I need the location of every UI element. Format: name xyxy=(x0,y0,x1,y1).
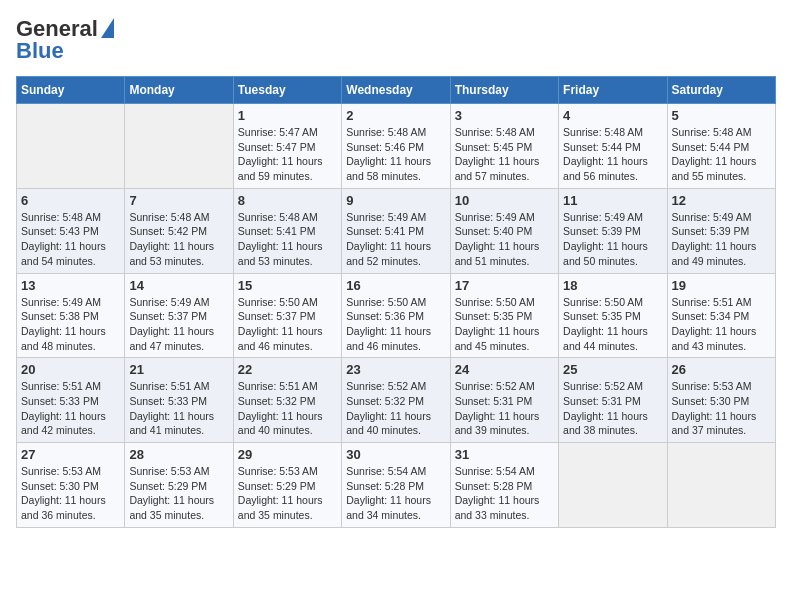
header-sunday: Sunday xyxy=(17,77,125,104)
header-monday: Monday xyxy=(125,77,233,104)
day-number: 27 xyxy=(21,447,120,462)
day-number: 15 xyxy=(238,278,337,293)
day-info: Sunrise: 5:50 AM Sunset: 5:35 PM Dayligh… xyxy=(455,295,554,354)
calendar-cell: 1Sunrise: 5:47 AM Sunset: 5:47 PM Daylig… xyxy=(233,104,341,189)
day-info: Sunrise: 5:51 AM Sunset: 5:32 PM Dayligh… xyxy=(238,379,337,438)
calendar-cell: 12Sunrise: 5:49 AM Sunset: 5:39 PM Dayli… xyxy=(667,188,775,273)
day-number: 23 xyxy=(346,362,445,377)
day-number: 24 xyxy=(455,362,554,377)
day-number: 4 xyxy=(563,108,662,123)
day-info: Sunrise: 5:47 AM Sunset: 5:47 PM Dayligh… xyxy=(238,125,337,184)
calendar-cell: 25Sunrise: 5:52 AM Sunset: 5:31 PM Dayli… xyxy=(559,358,667,443)
header-saturday: Saturday xyxy=(667,77,775,104)
calendar-table: SundayMondayTuesdayWednesdayThursdayFrid… xyxy=(16,76,776,528)
calendar-cell: 7Sunrise: 5:48 AM Sunset: 5:42 PM Daylig… xyxy=(125,188,233,273)
day-number: 26 xyxy=(672,362,771,377)
day-number: 9 xyxy=(346,193,445,208)
header-friday: Friday xyxy=(559,77,667,104)
calendar-cell: 11Sunrise: 5:49 AM Sunset: 5:39 PM Dayli… xyxy=(559,188,667,273)
day-info: Sunrise: 5:53 AM Sunset: 5:29 PM Dayligh… xyxy=(129,464,228,523)
calendar-cell: 6Sunrise: 5:48 AM Sunset: 5:43 PM Daylig… xyxy=(17,188,125,273)
day-info: Sunrise: 5:50 AM Sunset: 5:37 PM Dayligh… xyxy=(238,295,337,354)
day-info: Sunrise: 5:52 AM Sunset: 5:31 PM Dayligh… xyxy=(455,379,554,438)
calendar-cell xyxy=(667,443,775,528)
day-number: 31 xyxy=(455,447,554,462)
day-info: Sunrise: 5:49 AM Sunset: 5:37 PM Dayligh… xyxy=(129,295,228,354)
calendar-cell: 15Sunrise: 5:50 AM Sunset: 5:37 PM Dayli… xyxy=(233,273,341,358)
day-number: 14 xyxy=(129,278,228,293)
calendar-cell: 24Sunrise: 5:52 AM Sunset: 5:31 PM Dayli… xyxy=(450,358,558,443)
day-info: Sunrise: 5:54 AM Sunset: 5:28 PM Dayligh… xyxy=(346,464,445,523)
day-number: 30 xyxy=(346,447,445,462)
calendar-cell: 29Sunrise: 5:53 AM Sunset: 5:29 PM Dayli… xyxy=(233,443,341,528)
day-info: Sunrise: 5:52 AM Sunset: 5:31 PM Dayligh… xyxy=(563,379,662,438)
day-number: 29 xyxy=(238,447,337,462)
calendar-cell: 14Sunrise: 5:49 AM Sunset: 5:37 PM Dayli… xyxy=(125,273,233,358)
header-tuesday: Tuesday xyxy=(233,77,341,104)
calendar-cell: 18Sunrise: 5:50 AM Sunset: 5:35 PM Dayli… xyxy=(559,273,667,358)
calendar-cell: 20Sunrise: 5:51 AM Sunset: 5:33 PM Dayli… xyxy=(17,358,125,443)
day-info: Sunrise: 5:48 AM Sunset: 5:41 PM Dayligh… xyxy=(238,210,337,269)
day-number: 7 xyxy=(129,193,228,208)
calendar-cell xyxy=(559,443,667,528)
day-info: Sunrise: 5:48 AM Sunset: 5:43 PM Dayligh… xyxy=(21,210,120,269)
page-header: General Blue xyxy=(16,16,776,64)
day-info: Sunrise: 5:48 AM Sunset: 5:44 PM Dayligh… xyxy=(672,125,771,184)
day-number: 20 xyxy=(21,362,120,377)
calendar-cell: 3Sunrise: 5:48 AM Sunset: 5:45 PM Daylig… xyxy=(450,104,558,189)
header-thursday: Thursday xyxy=(450,77,558,104)
calendar-cell: 28Sunrise: 5:53 AM Sunset: 5:29 PM Dayli… xyxy=(125,443,233,528)
day-number: 18 xyxy=(563,278,662,293)
calendar-cell: 22Sunrise: 5:51 AM Sunset: 5:32 PM Dayli… xyxy=(233,358,341,443)
calendar-week-row: 6Sunrise: 5:48 AM Sunset: 5:43 PM Daylig… xyxy=(17,188,776,273)
day-info: Sunrise: 5:51 AM Sunset: 5:33 PM Dayligh… xyxy=(129,379,228,438)
day-info: Sunrise: 5:49 AM Sunset: 5:38 PM Dayligh… xyxy=(21,295,120,354)
calendar-cell: 9Sunrise: 5:49 AM Sunset: 5:41 PM Daylig… xyxy=(342,188,450,273)
day-number: 11 xyxy=(563,193,662,208)
day-info: Sunrise: 5:50 AM Sunset: 5:36 PM Dayligh… xyxy=(346,295,445,354)
day-info: Sunrise: 5:53 AM Sunset: 5:29 PM Dayligh… xyxy=(238,464,337,523)
calendar-cell xyxy=(17,104,125,189)
day-number: 19 xyxy=(672,278,771,293)
day-number: 1 xyxy=(238,108,337,123)
day-number: 22 xyxy=(238,362,337,377)
calendar-cell: 21Sunrise: 5:51 AM Sunset: 5:33 PM Dayli… xyxy=(125,358,233,443)
calendar-cell: 31Sunrise: 5:54 AM Sunset: 5:28 PM Dayli… xyxy=(450,443,558,528)
day-info: Sunrise: 5:48 AM Sunset: 5:45 PM Dayligh… xyxy=(455,125,554,184)
day-number: 8 xyxy=(238,193,337,208)
day-info: Sunrise: 5:48 AM Sunset: 5:44 PM Dayligh… xyxy=(563,125,662,184)
header-wednesday: Wednesday xyxy=(342,77,450,104)
day-info: Sunrise: 5:53 AM Sunset: 5:30 PM Dayligh… xyxy=(672,379,771,438)
day-info: Sunrise: 5:51 AM Sunset: 5:34 PM Dayligh… xyxy=(672,295,771,354)
day-number: 12 xyxy=(672,193,771,208)
calendar-cell: 16Sunrise: 5:50 AM Sunset: 5:36 PM Dayli… xyxy=(342,273,450,358)
day-number: 25 xyxy=(563,362,662,377)
calendar-cell: 26Sunrise: 5:53 AM Sunset: 5:30 PM Dayli… xyxy=(667,358,775,443)
calendar-cell: 5Sunrise: 5:48 AM Sunset: 5:44 PM Daylig… xyxy=(667,104,775,189)
calendar-week-row: 1Sunrise: 5:47 AM Sunset: 5:47 PM Daylig… xyxy=(17,104,776,189)
day-number: 3 xyxy=(455,108,554,123)
calendar-cell: 27Sunrise: 5:53 AM Sunset: 5:30 PM Dayli… xyxy=(17,443,125,528)
day-info: Sunrise: 5:48 AM Sunset: 5:46 PM Dayligh… xyxy=(346,125,445,184)
calendar-cell: 8Sunrise: 5:48 AM Sunset: 5:41 PM Daylig… xyxy=(233,188,341,273)
day-info: Sunrise: 5:53 AM Sunset: 5:30 PM Dayligh… xyxy=(21,464,120,523)
calendar-week-row: 20Sunrise: 5:51 AM Sunset: 5:33 PM Dayli… xyxy=(17,358,776,443)
day-info: Sunrise: 5:49 AM Sunset: 5:40 PM Dayligh… xyxy=(455,210,554,269)
calendar-cell: 13Sunrise: 5:49 AM Sunset: 5:38 PM Dayli… xyxy=(17,273,125,358)
day-number: 10 xyxy=(455,193,554,208)
day-number: 21 xyxy=(129,362,228,377)
calendar-cell: 2Sunrise: 5:48 AM Sunset: 5:46 PM Daylig… xyxy=(342,104,450,189)
calendar-cell: 17Sunrise: 5:50 AM Sunset: 5:35 PM Dayli… xyxy=(450,273,558,358)
calendar-cell: 19Sunrise: 5:51 AM Sunset: 5:34 PM Dayli… xyxy=(667,273,775,358)
day-number: 17 xyxy=(455,278,554,293)
day-info: Sunrise: 5:50 AM Sunset: 5:35 PM Dayligh… xyxy=(563,295,662,354)
calendar-cell xyxy=(125,104,233,189)
day-number: 13 xyxy=(21,278,120,293)
day-info: Sunrise: 5:49 AM Sunset: 5:41 PM Dayligh… xyxy=(346,210,445,269)
day-number: 16 xyxy=(346,278,445,293)
day-number: 5 xyxy=(672,108,771,123)
day-info: Sunrise: 5:54 AM Sunset: 5:28 PM Dayligh… xyxy=(455,464,554,523)
calendar-cell: 30Sunrise: 5:54 AM Sunset: 5:28 PM Dayli… xyxy=(342,443,450,528)
day-info: Sunrise: 5:51 AM Sunset: 5:33 PM Dayligh… xyxy=(21,379,120,438)
calendar-cell: 23Sunrise: 5:52 AM Sunset: 5:32 PM Dayli… xyxy=(342,358,450,443)
